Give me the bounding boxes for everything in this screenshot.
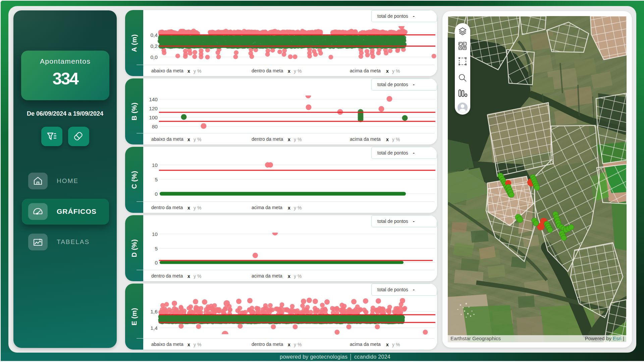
- svg-text:0,4: 0,4: [150, 32, 158, 38]
- svg-text:120: 120: [149, 106, 158, 111]
- svg-text:10: 10: [152, 231, 158, 237]
- svg-text:0,0: 0,0: [150, 54, 158, 60]
- svg-text:80: 80: [152, 124, 158, 129]
- svg-text:5: 5: [155, 246, 158, 251]
- svg-text:Powered by Esri |: Powered by Esri |: [585, 336, 624, 341]
- svg-text:0: 0: [155, 191, 158, 197]
- svg-text:0: 0: [155, 260, 158, 265]
- svg-text:140: 140: [149, 97, 158, 102]
- svg-text:1,6: 1,6: [150, 309, 158, 314]
- svg-text:5: 5: [155, 177, 158, 182]
- svg-text:10: 10: [152, 162, 158, 168]
- svg-text:0,2: 0,2: [150, 43, 158, 49]
- svg-text:1,4: 1,4: [150, 325, 158, 331]
- svg-text:100: 100: [149, 115, 158, 120]
- svg-text:Earthstar Geographics: Earthstar Geographics: [450, 336, 501, 341]
